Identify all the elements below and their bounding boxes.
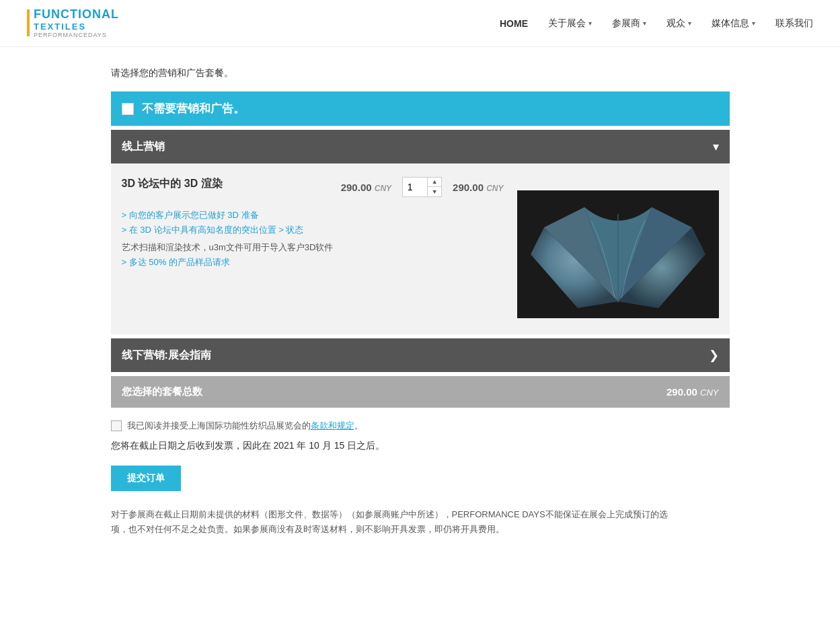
main-content: 请选择您的营销和广告套餐。 不需要营销和广告。 线上营销 ▾ 3D 论坛中的 3… [98, 47, 743, 564]
qty-increment-button[interactable]: ▲ [428, 178, 441, 187]
offline-marketing-section-header[interactable]: 线下营销:展会指南 ❯ [111, 338, 730, 372]
main-nav: HOME 关于展会 ▾ 参展商 ▾ 观众 ▾ 媒体信息 ▾ 联系我们 [500, 17, 813, 30]
no-marketing-checkbox[interactable] [122, 103, 134, 115]
terms-text: 我已阅读并接受上海国际功能性纺织品展览会的条款和规定。 [127, 420, 363, 432]
chevron-down-icon: ▾ [688, 20, 691, 27]
product-image [517, 190, 719, 318]
no-marketing-label: 不需要营销和广告。 [142, 101, 245, 116]
chevron-down-icon: ▾ [588, 20, 592, 27]
nav-visitors[interactable]: 观众 ▾ [666, 17, 691, 30]
online-marketing-title: 线上营销 [122, 140, 165, 154]
nav-exhibitors[interactable]: 参展商 ▾ [612, 17, 646, 30]
invoice-note: 您将在截止日期之后收到发票，因此在 2021 年 10 月 15 日之后。 [111, 440, 730, 452]
product-3d-rendering [524, 194, 712, 315]
feature-item: > 在 3D 论坛中具有高知名度的突出位置 > 状态 [122, 224, 504, 236]
nav-media[interactable]: 媒体信息 ▾ [712, 17, 755, 30]
total-currency: CNY [486, 184, 503, 193]
quantity-input[interactable] [403, 178, 427, 196]
total-summary-bar: 您选择的套餐总数 290.00 CNY [111, 376, 730, 408]
product-title: 3D 论坛中的 3D 渲染 [122, 177, 334, 191]
nav-about[interactable]: 关于展会 ▾ [548, 17, 592, 30]
chevron-down-icon: ▾ [643, 20, 646, 27]
offline-marketing-title: 线下营销:展会指南 [122, 348, 211, 363]
logo-text-top: FUNCTIONAL [34, 8, 119, 22]
logo-text-block: FUNCTIONAL TEXTILES PERFORMANCEDAYS [34, 8, 119, 38]
terms-link[interactable]: 条款和规定 [311, 420, 354, 431]
chevron-right-icon: ❯ [709, 348, 719, 363]
disclaimer-text: 对于参展商在截止日期前未提供的材料（图形文件、数据等）（如参展商账户中所述），P… [111, 507, 676, 537]
quantity-spinner[interactable]: ▲ ▼ [402, 177, 442, 197]
product-price: 290.00 CNY [341, 182, 391, 193]
terms-row: 我已阅读并接受上海国际功能性纺织品展览会的条款和规定。 [111, 420, 730, 432]
page-intro: 请选择您的营销和广告套餐。 [111, 67, 730, 79]
spinner-buttons: ▲ ▼ [427, 178, 441, 196]
online-marketing-content: 3D 论坛中的 3D 渲染 290.00 CNY ▲ ▼ [111, 163, 730, 334]
product-image-wrapper [517, 177, 719, 318]
product-total: 290.00 CNY [453, 182, 503, 193]
product-features-list-2: > 多达 50% 的产品样品请求 [122, 256, 504, 268]
online-marketing-section-header[interactable]: 线上营销 ▾ [111, 130, 730, 163]
total-currency: CNY [700, 388, 718, 398]
terms-checkbox[interactable] [111, 420, 122, 431]
product-features-list: > 向您的客户展示您已做好 3D 准备 > 在 3D 论坛中具有高知名度的突出位… [122, 209, 504, 236]
no-marketing-option[interactable]: 不需要营销和广告。 [111, 91, 730, 126]
product-row: 3D 论坛中的 3D 渲染 290.00 CNY ▲ ▼ [122, 177, 719, 318]
logo-accent-bar [27, 9, 30, 36]
product-details: 3D 论坛中的 3D 渲染 290.00 CNY ▲ ▼ [122, 177, 504, 274]
logo-subtext: PERFORMANCEDAYS [34, 32, 119, 38]
logo[interactable]: FUNCTIONAL TEXTILES PERFORMANCEDAYS [27, 8, 119, 38]
total-label: 您选择的套餐总数 [122, 385, 202, 398]
price-currency: CNY [375, 184, 391, 193]
chevron-down-icon: ▾ [752, 20, 755, 27]
feature-item: > 向您的客户展示您已做好 3D 准备 [122, 209, 504, 221]
qty-decrement-button[interactable]: ▼ [428, 187, 441, 196]
feature-item: > 多达 50% 的产品样品请求 [122, 256, 504, 268]
pricing-line: 290.00 CNY ▲ ▼ 290.00 CNY [341, 177, 504, 197]
logo-text-bottom: TEXTILES [34, 22, 119, 32]
submit-order-button[interactable]: 提交订单 [111, 466, 181, 491]
nav-contact[interactable]: 联系我们 [775, 17, 813, 30]
product-note: 艺术扫描和渲染技术，u3m文件可用于导入客户3D软件 [122, 242, 504, 254]
site-header: FUNCTIONAL TEXTILES PERFORMANCEDAYS HOME… [0, 0, 840, 47]
chevron-down-icon: ▾ [713, 139, 719, 154]
nav-home[interactable]: HOME [500, 18, 528, 29]
total-value: 290.00 CNY [666, 386, 719, 398]
